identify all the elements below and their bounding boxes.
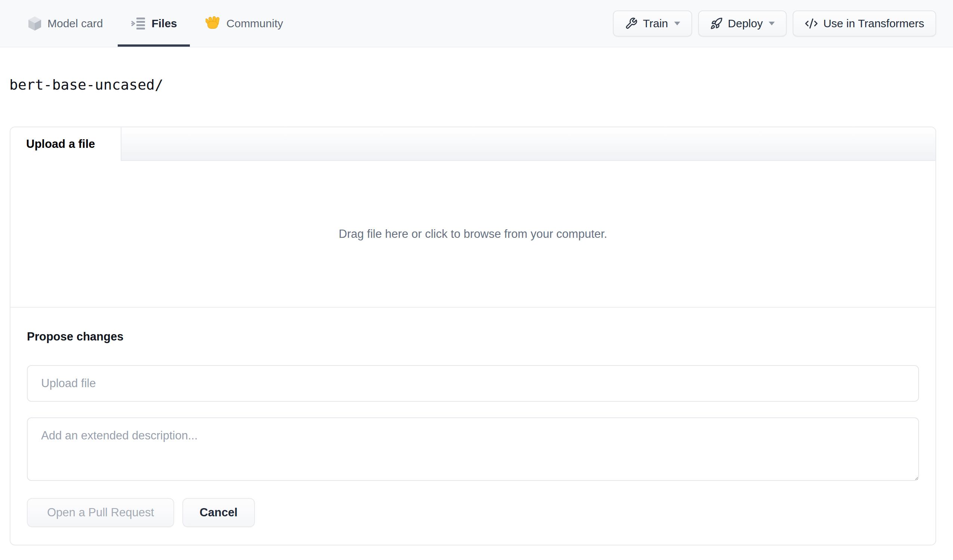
tabbar-filler — [121, 127, 936, 161]
tab-files-label: Files — [151, 17, 177, 30]
use-in-transformers-label: Use in Transformers — [823, 17, 924, 30]
tab-model-card[interactable]: Model card — [28, 0, 103, 47]
extended-description-textarea[interactable] — [27, 418, 919, 481]
tab-model-card-label: Model card — [48, 17, 103, 30]
tab-files[interactable]: Files — [131, 0, 177, 47]
deploy-button[interactable]: Deploy — [698, 11, 787, 37]
train-button[interactable]: Train — [613, 11, 692, 37]
rocket-icon — [710, 17, 723, 30]
use-in-transformers-button[interactable]: Use in Transformers — [793, 11, 936, 37]
train-button-label: Train — [643, 17, 668, 30]
dropzone-hint-text: Drag file here or click to browse from y… — [338, 227, 607, 241]
repo-tab-nav: Model card Files — [28, 0, 283, 47]
waving-hand-icon — [206, 16, 220, 31]
cancel-button[interactable]: Cancel — [182, 498, 255, 527]
tab-community[interactable]: Community — [206, 0, 283, 47]
repo-action-buttons: Train Deploy Use in Transformers — [613, 0, 936, 47]
file-dropzone[interactable]: Drag file here or click to browse from y… — [11, 161, 936, 308]
tab-upload-a-file[interactable]: Upload a file — [11, 127, 121, 161]
code-icon — [805, 17, 818, 30]
chevron-down-icon — [769, 22, 775, 25]
files-list-icon — [131, 17, 145, 30]
upload-filename-input[interactable] — [27, 365, 919, 402]
upload-card-tabbar: Upload a file — [11, 127, 936, 161]
wrench-icon — [625, 17, 638, 30]
propose-actions-row: Open a Pull Request Cancel — [27, 498, 919, 527]
upload-card: Upload a file Drag file here or click to… — [10, 127, 936, 545]
breadcrumb[interactable]: bert-base-uncased/ — [9, 77, 953, 93]
propose-changes-section: Propose changes Open a Pull Request Canc… — [11, 308, 936, 527]
repo-header: Model card Files — [0, 0, 953, 47]
propose-changes-heading: Propose changes — [27, 328, 919, 345]
cube-icon — [28, 16, 42, 31]
tab-community-label: Community — [227, 17, 283, 30]
open-pull-request-button[interactable]: Open a Pull Request — [27, 498, 174, 527]
deploy-button-label: Deploy — [728, 17, 763, 30]
chevron-down-icon — [674, 22, 680, 25]
